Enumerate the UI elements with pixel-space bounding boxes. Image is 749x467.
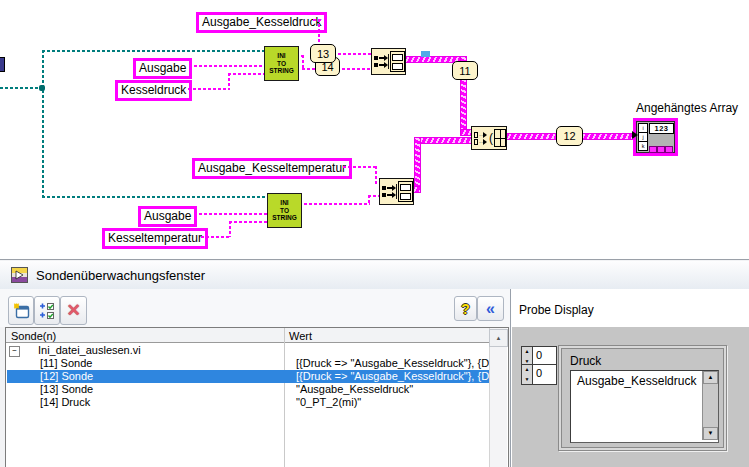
open-probe-window-button[interactable] xyxy=(8,296,34,325)
wire-probe12-to-indicator[interactable] xyxy=(579,133,637,140)
tree-scrollbar[interactable] xyxy=(489,328,507,467)
indicator-label[interactable]: Angehängtes Array xyxy=(636,101,738,115)
probe-12[interactable]: 12 xyxy=(556,126,583,146)
probe-display-canvas: ▲ ▼ 0 ▲ ▼ 0 Druck Ausgabe_Kesseldruck xyxy=(512,327,749,467)
scroll-down-button[interactable]: ▼ xyxy=(703,427,718,440)
string-constant-kesseldruck[interactable]: Kesseldruck xyxy=(115,80,192,101)
blue-selection-marker xyxy=(421,51,430,57)
help-question-icon: ? xyxy=(461,301,470,317)
string-glyph-icon xyxy=(649,146,657,153)
wire-array2-up[interactable] xyxy=(414,137,421,193)
tree-header: Sonde(n) Wert xyxy=(6,328,506,343)
tree-row-probe14[interactable]: [14] Druck "0_PT_2(mi)" xyxy=(7,396,489,409)
scroll-up-button[interactable]: ▲ xyxy=(703,371,718,384)
spinner-up-icon[interactable]: ▲ xyxy=(522,365,532,375)
wire-kesseldruck-c[interactable] xyxy=(228,73,264,75)
delete-x-icon: ✕ xyxy=(66,303,80,319)
scroll-down-arrow-icon: ▼ xyxy=(708,430,714,436)
ini-node-text: INI xyxy=(265,52,298,59)
tree-row-probe13[interactable]: [13] Sonde "Ausgabe_Kesseldruck" xyxy=(7,383,489,396)
wire-ausgabe2[interactable] xyxy=(194,213,267,215)
tree-row-probe11[interactable]: [11] Sonde [{Druck => "Ausgabe_Kesseldru… xyxy=(7,357,489,370)
spinner-arrows[interactable]: ▲ ▼ xyxy=(522,365,533,384)
clipped-terminal[interactable] xyxy=(0,57,5,72)
string-glyph-icon xyxy=(657,146,665,153)
wire-concat-out[interactable] xyxy=(505,133,560,140)
array-elements-icon xyxy=(398,181,413,202)
build-array-node-1[interactable] xyxy=(371,48,406,75)
probe-display-title: Probe Display xyxy=(519,303,594,317)
array-index-value[interactable]: 0 xyxy=(533,365,556,384)
wire-const1-down[interactable] xyxy=(318,19,320,46)
string-constant-ausgabe-kesseldruck[interactable]: Ausgabe_Kesseldruck xyxy=(196,12,327,33)
wire-kesseltemp-c[interactable] xyxy=(229,221,267,223)
tree-row-value: "Ausgabe_Kesseldruck" xyxy=(296,383,491,395)
array-index-spinner-bottom[interactable]: ▲ ▼ 0 xyxy=(521,364,557,385)
ini-node-text: TO xyxy=(265,60,298,67)
string-constant-ausgabe-kesseltemperatur[interactable]: Ausgabe_Kesseltemperatur xyxy=(192,158,352,179)
wire-kesseldruck-b[interactable] xyxy=(228,73,230,89)
ini-to-string-node-1[interactable]: INI TO STRING xyxy=(264,46,299,81)
labview-screen: Ausgabe_Kesseldruck Ausgabe Kesseldruck … xyxy=(0,0,749,467)
tree-row-vi[interactable]: − Ini_datei_auslesen.vi xyxy=(7,344,489,357)
build-array-inputs-icon xyxy=(380,184,397,199)
cluster-frame: Druck Ausgabe_Kesseldruck ▲ ▼ xyxy=(558,345,727,451)
tree-row-value: "0_PT_2(mi)" xyxy=(296,396,491,408)
collapse-pane-button[interactable]: « xyxy=(477,296,504,321)
wire-ini-left[interactable] xyxy=(0,87,43,89)
wire-terminal-arrow xyxy=(632,131,638,139)
string-box-scrollbar[interactable]: ▲ ▼ xyxy=(702,371,718,440)
wire-const2-out[interactable] xyxy=(343,166,377,168)
probe-display-pane: Probe Display ▲ ▼ 0 ▲ ▼ 0 xyxy=(511,289,749,467)
window-titlebar[interactable]: Sondenüberwachungsfenster xyxy=(0,261,749,290)
wire-array2-into-concat[interactable] xyxy=(417,137,474,144)
string-constant-ausgabe-top[interactable]: Ausgabe xyxy=(133,58,192,79)
wire-ini-top[interactable] xyxy=(42,50,264,52)
new-window-icon xyxy=(13,302,30,319)
labview-vi-icon xyxy=(11,267,28,283)
array-indicator-terminal[interactable]: i j k 123 xyxy=(633,118,678,156)
wire-ini1-out-b[interactable] xyxy=(302,55,304,69)
block-diagram: Ausgabe_Kesseldruck Ausgabe Kesseldruck … xyxy=(0,0,749,259)
wire-ausgabe1[interactable] xyxy=(189,65,264,67)
scroll-up-arrow-icon: ▲ xyxy=(496,335,502,341)
probe-13[interactable]: 13 xyxy=(310,44,336,63)
ini-node-text: TO xyxy=(268,207,301,214)
column-header-wert[interactable]: Wert xyxy=(289,330,312,342)
wire-kesseltemp-a[interactable] xyxy=(201,236,231,238)
tree-row-probe12-selected[interactable]: [12] Sonde [{Druck => "Ausgabe_Kesseldru… xyxy=(7,370,489,383)
string-constant-ausgabe-bottom[interactable]: Ausgabe xyxy=(138,206,197,227)
collapse-expander-icon[interactable]: − xyxy=(9,346,20,357)
string-display-box[interactable]: Ausgabe_Kesseldruck ▲ ▼ xyxy=(570,370,719,443)
wire-kesseltemp-b[interactable] xyxy=(229,221,231,237)
wire-ini2-out-a[interactable] xyxy=(299,203,370,205)
build-array-node-2[interactable] xyxy=(379,178,414,205)
column-header-sonde[interactable]: Sonde(n) xyxy=(11,330,56,342)
cluster-element-label: Druck xyxy=(570,354,601,368)
delete-probe-button[interactable]: ✕ xyxy=(60,296,87,325)
ini-to-string-node-2[interactable]: INI TO STRING xyxy=(267,193,302,228)
chevrons-left-icon: « xyxy=(486,302,495,316)
probe-watch-window: Sondenüberwachungsfenster ✕ xyxy=(0,259,749,467)
wire-kesseldruck-a[interactable] xyxy=(188,88,230,90)
window-title: Sondenüberwachungsfenster xyxy=(36,268,205,283)
probe-11[interactable]: 11 xyxy=(452,61,478,80)
add-probe-button[interactable] xyxy=(34,296,60,325)
scroll-up-arrow-icon: ▲ xyxy=(708,374,714,380)
wire-ini-vertical[interactable] xyxy=(42,50,44,198)
tree-row-label: [13] Sonde xyxy=(40,383,93,395)
concat-inputs-icon: ·· ·· xyxy=(472,131,487,146)
scroll-up-button[interactable]: ▲ xyxy=(489,329,508,347)
spinner-up-icon[interactable]: ▲ xyxy=(522,347,532,357)
concatenate-arrays-node[interactable]: ·· ·· ( xyxy=(471,126,507,150)
help-button[interactable]: ? xyxy=(454,296,477,321)
wire-const2-down[interactable] xyxy=(375,166,377,186)
wire-probe13-to-build[interactable] xyxy=(333,53,371,55)
wire-ini-bottom[interactable] xyxy=(42,196,267,198)
array-elements-icon xyxy=(390,51,405,72)
string-constant-kesseltemperatur[interactable]: Kesseltemperatur xyxy=(102,228,208,249)
spinner-down-icon[interactable]: ▼ xyxy=(522,375,532,385)
string-glyph-icon xyxy=(665,146,673,153)
probe-tree-panel: Sonde(n) Wert − Ini_datei_auslesen.vi [1… xyxy=(5,327,509,467)
ini-node-text: STRING xyxy=(268,214,301,221)
